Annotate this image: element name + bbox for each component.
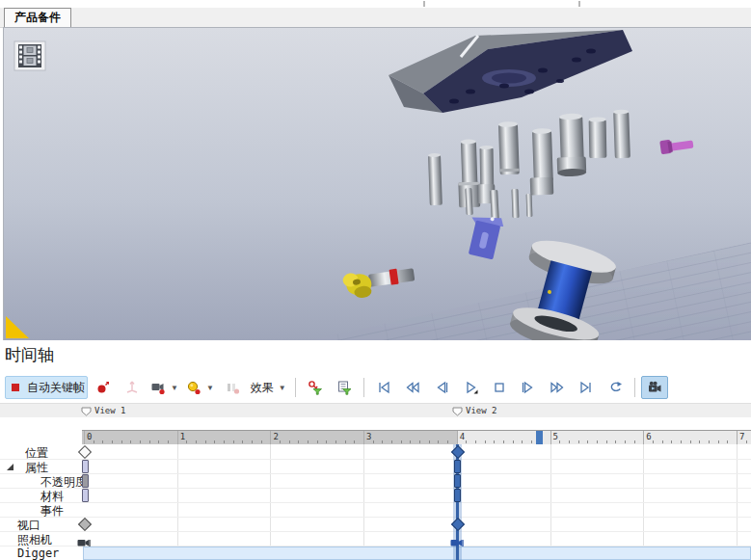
key-funnel-icon xyxy=(308,380,323,395)
ruler-minor-tick xyxy=(112,440,113,443)
step-forward-button[interactable] xyxy=(515,376,542,399)
keyframe-材料-t4[interactable] xyxy=(454,489,461,502)
fade-red-dot-icon xyxy=(225,380,240,395)
ruler-minor-tick xyxy=(168,440,169,443)
ruler-minor-tick xyxy=(531,440,532,443)
dropdown-arrow-icon[interactable]: ▼ xyxy=(206,384,214,392)
track-row-材料[interactable]: 材料 xyxy=(0,488,751,503)
ruler-minor-tick xyxy=(140,440,141,443)
rewind-button[interactable] xyxy=(399,376,426,399)
view-marker-row[interactable]: View 1View 2 xyxy=(0,403,751,417)
stop-button[interactable] xyxy=(486,376,513,399)
ruler-minor-tick xyxy=(382,440,383,443)
ruler-minor-tick xyxy=(391,440,392,443)
ruler-minor-tick xyxy=(373,440,374,443)
keyframe-属性-t0[interactable] xyxy=(82,460,89,473)
go-start-button[interactable] xyxy=(370,376,397,399)
ruler-minor-tick xyxy=(447,440,448,443)
3d-viewport[interactable] xyxy=(3,27,751,340)
3d-scene xyxy=(4,28,751,340)
ruler-minor-tick xyxy=(513,440,514,443)
track-row-事件[interactable]: 事件 xyxy=(0,502,751,518)
view-flag-icon xyxy=(81,406,92,416)
keyframe-不透明度-t4[interactable] xyxy=(454,474,461,488)
timeline-tracks[interactable]: 位置属性不透明度材料事件视口照相机Digger xyxy=(0,444,751,560)
keyframe-照相机-t4[interactable] xyxy=(450,534,464,551)
ruler-minor-tick xyxy=(252,440,253,443)
playhead-cap[interactable] xyxy=(536,431,543,444)
ruler-minor-tick xyxy=(485,440,486,443)
track-row-照相机[interactable]: 照相机 xyxy=(0,531,751,547)
ruler-minor-tick xyxy=(681,440,682,443)
play-button[interactable] xyxy=(457,376,484,399)
track-row-位置[interactable]: 位置 xyxy=(0,444,751,460)
ruler-minor-tick xyxy=(289,440,290,443)
timeline-ruler[interactable]: 01234567 xyxy=(82,430,751,445)
ruler-major-tick xyxy=(177,431,178,444)
light-keyframe-button[interactable]: ▼ xyxy=(183,376,217,399)
ruler-minor-tick xyxy=(606,440,607,443)
ruler-minor-tick xyxy=(326,440,327,443)
animation-set-icon[interactable] xyxy=(14,41,45,70)
ruler-major-tick xyxy=(457,431,458,444)
record-keyframe-button[interactable] xyxy=(90,376,117,399)
ruler-number: 3 xyxy=(366,432,371,441)
play-icon xyxy=(463,380,478,395)
expander-icon[interactable] xyxy=(7,464,13,470)
camera-keyframe-button[interactable]: ▼ xyxy=(148,376,181,399)
digger-track-band[interactable] xyxy=(83,547,751,560)
ruler-minor-tick xyxy=(438,440,439,443)
dropdown-arrow-icon[interactable]: ▼ xyxy=(171,384,178,392)
ruler-minor-tick xyxy=(335,440,336,443)
ruler-major-tick xyxy=(84,431,85,444)
effects-menu-button-label: 效果 xyxy=(251,380,274,396)
track-row-属性[interactable]: 属性 xyxy=(0,459,751,474)
light-red-dot-icon xyxy=(186,380,201,395)
dropdown-arrow-icon[interactable]: ▼ xyxy=(279,384,286,392)
keyframe-材料-t0[interactable] xyxy=(82,489,89,502)
ruler-minor-tick xyxy=(653,440,654,443)
list-funnel-icon xyxy=(336,380,352,395)
step-forward-icon xyxy=(521,380,536,395)
view-marker-1[interactable]: View 1 xyxy=(81,405,126,416)
ruler-minor-tick xyxy=(699,440,700,443)
ruler-minor-tick xyxy=(625,440,626,443)
keyframe-不透明度-t0[interactable] xyxy=(82,474,89,488)
fast-forward-button[interactable] xyxy=(544,376,571,399)
rewind-icon xyxy=(405,380,420,395)
ruler-minor-tick xyxy=(242,440,243,443)
track-label[interactable]: Digger xyxy=(17,547,59,560)
auto-keyframe-toggle[interactable]: 自动关键帧 xyxy=(5,376,88,399)
filter-tracks-button[interactable] xyxy=(331,376,358,399)
ruler-minor-tick xyxy=(196,440,197,443)
camera-view-toggle[interactable] xyxy=(641,376,668,399)
track-row-不透明度[interactable]: 不透明度 xyxy=(0,473,751,489)
ruler-minor-tick xyxy=(522,440,523,443)
tab-product-parts[interactable]: 产品备件 xyxy=(4,8,71,27)
view-marker-2[interactable]: View 2 xyxy=(452,405,497,416)
loop-button[interactable] xyxy=(602,376,629,399)
view-flag-icon xyxy=(452,406,463,416)
go-end-button[interactable] xyxy=(573,376,600,399)
ruler-number: 7 xyxy=(739,432,744,441)
keyframe-属性-t4[interactable] xyxy=(454,460,461,473)
effects-menu-button[interactable]: 效果▼ xyxy=(248,376,289,399)
fade-keyframe-button[interactable] xyxy=(219,376,246,399)
ruler-minor-tick xyxy=(634,440,635,443)
toolbar-separator xyxy=(634,378,635,397)
translate-axes-icon xyxy=(124,380,140,395)
ruler-minor-tick xyxy=(261,440,262,443)
splitter-mark[interactable] xyxy=(578,1,580,7)
tab-label: 产品备件 xyxy=(14,10,61,26)
auto-keyframe-toggle-label: 自动关键帧 xyxy=(27,380,85,396)
step-back-button[interactable] xyxy=(428,376,455,399)
step-back-icon xyxy=(434,380,449,395)
splitter-mark[interactable] xyxy=(423,1,425,7)
track-row-视口[interactable]: 视口 xyxy=(0,517,751,532)
filter-keys-button[interactable] xyxy=(302,376,329,399)
keyframe-照相机-t0[interactable] xyxy=(77,534,91,551)
ruler-minor-tick xyxy=(130,440,131,443)
ruler-minor-tick xyxy=(709,440,710,443)
move-tool-button[interactable] xyxy=(119,376,146,399)
ruler-minor-tick xyxy=(317,440,318,443)
